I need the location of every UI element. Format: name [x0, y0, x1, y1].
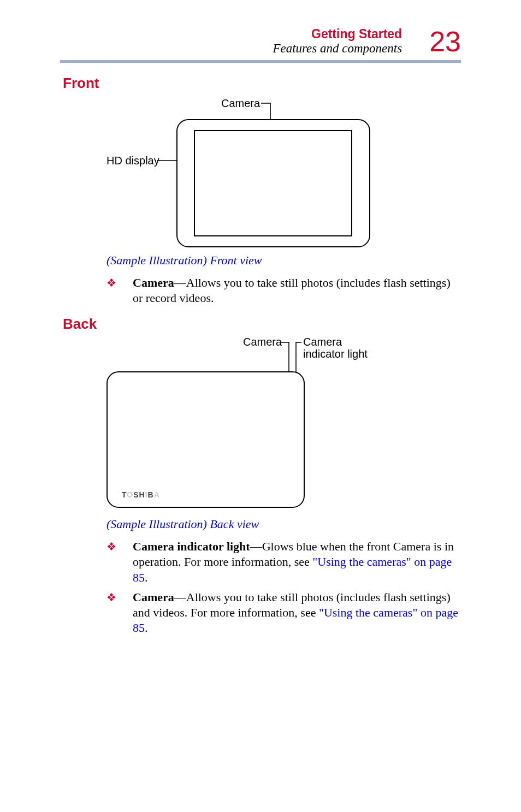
back-heading: Back: [63, 316, 461, 333]
lead-bold: Camera indicator light: [133, 540, 250, 553]
page-number: 23: [429, 27, 461, 56]
back-figure: Camera Camera indicator light TOSHIBA: [106, 336, 407, 516]
front-heading: Front: [63, 75, 461, 92]
front-figure: Camera HD display: [106, 97, 380, 250]
lead-bold: Camera: [133, 590, 174, 604]
logo-char: S: [133, 490, 139, 499]
section-name: Getting Started: [273, 27, 402, 41]
list-item-text: Camera indicator light—Glows blue when t…: [133, 539, 461, 585]
front-caption: (Sample Illustration) Front view: [106, 253, 461, 268]
list-item-text: Camera—Allows you to take still photos (…: [133, 590, 461, 636]
logo-char: O: [127, 490, 133, 499]
page-header: Getting Started Features and components …: [63, 27, 461, 56]
bullet-icon: ❖: [106, 539, 133, 585]
list-item-text: Camera—Allows you to take still photos (…: [133, 275, 461, 306]
list-item: ❖ Camera indicator light—Glows blue when…: [106, 539, 461, 585]
front-bullet-list: ❖ Camera—Allows you to take still photos…: [106, 275, 461, 306]
logo-char: T: [122, 490, 127, 499]
subsection-name: Features and components: [273, 42, 402, 56]
logo-char: A: [154, 490, 160, 499]
device-outline-back: [106, 371, 305, 508]
rest-text-2: .: [145, 621, 148, 635]
lead-bold: Camera: [133, 276, 174, 289]
rest-text: —Allows you to take still photos (includ…: [133, 276, 451, 305]
list-item: ❖ Camera—Allows you to take still photos…: [106, 590, 461, 636]
toshiba-logo: TOSHIBA: [122, 490, 160, 499]
bullet-icon: ❖: [106, 590, 133, 636]
bullet-icon: ❖: [106, 275, 133, 306]
logo-char: B: [148, 490, 154, 499]
front-figure-wrap: Camera HD display: [106, 97, 461, 250]
back-bullet-list: ❖ Camera indicator light—Glows blue when…: [106, 539, 461, 636]
logo-char: H: [139, 490, 145, 499]
back-caption: (Sample Illustration) Back view: [106, 517, 461, 531]
header-text-block: Getting Started Features and components: [273, 27, 402, 55]
device-screen: [194, 130, 352, 236]
rest-text-2: .: [145, 571, 148, 584]
header-rule: [60, 60, 461, 63]
list-item: ❖ Camera—Allows you to take still photos…: [106, 275, 461, 306]
